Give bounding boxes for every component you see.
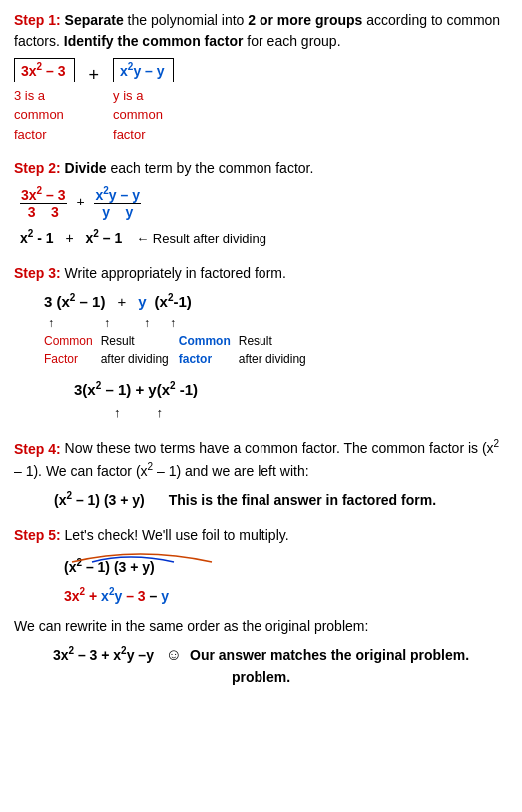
arrow-up-3: ↑ — [144, 314, 150, 332]
step3-arrows: ↑ ↑ ↑ ↑ — [44, 314, 508, 332]
step5-label: Step 5: — [14, 527, 61, 543]
step4-label: Step 4: — [14, 440, 61, 456]
group2: x2y – y y is acommonfactor — [113, 58, 174, 144]
label-result-after2: Resultafter dividing — [239, 332, 306, 368]
expanded-x2y: x2y — [101, 588, 122, 604]
final-answer-row: (x2 – 1) (3 + y) This is the final answe… — [54, 488, 508, 511]
rewrite-text: We can rewrite in the same order as the … — [14, 616, 508, 637]
frac-x2y: x2y – y y y — [94, 185, 141, 220]
step3-term1: 3 (x2 – 1) — [44, 290, 105, 314]
group2-text: x2y – y — [120, 63, 165, 79]
step2-header: Step 2: Divide each term by the common f… — [14, 158, 508, 179]
step3-term2: y — [138, 291, 146, 314]
expanded-result: 3x2 + x2y – 3 – y — [64, 584, 508, 607]
step1-label: Step 1: — [14, 12, 61, 28]
plus-sign-4: + — [117, 291, 126, 314]
result-arrow: ← Result after dividing — [136, 231, 266, 246]
expanded-3x2: 3x2 — [64, 588, 85, 604]
combined-expr: 3(x2 – 1) + y(x2 -1) — [74, 378, 508, 402]
step3-text: Write appropriately in factored form. — [61, 265, 286, 281]
group2-label: y is acommonfactor — [113, 86, 163, 145]
final-note: This is the final answer in factored for… — [169, 492, 436, 508]
plus-sign-2: + — [76, 194, 84, 209]
arrow-up-4: ↑ — [170, 314, 176, 332]
step4-header: Step 4: Now these two terms have a commo… — [14, 437, 508, 482]
expanded-plus: + — [89, 588, 101, 604]
final-check-row: 3x2 – 3 + x2y –y ☺ Our answer matches th… — [14, 643, 508, 667]
plus-sign-1: + — [85, 62, 104, 89]
step3-header: Step 3: Write appropriately in factored … — [14, 263, 508, 284]
label-common-factor2: Commonfactor — [179, 332, 231, 368]
step4-section: Step 4: Now these two terms have a commo… — [14, 437, 508, 511]
arrow-up-2: ↑ — [104, 314, 110, 332]
step5-section: Step 5: Let's check! We'll use foil to m… — [14, 525, 508, 688]
expanded-dash: – — [150, 588, 162, 604]
rewrite-label: We can rewrite in the same order as the … — [14, 618, 368, 634]
step4-text: Now these two terms have a common factor… — [14, 440, 499, 479]
result-right: x2 – 1 — [86, 230, 123, 246]
step5-header: Step 5: Let's check! We'll use foil to m… — [14, 525, 508, 546]
foil-expr-container: (x2 – 1) (3 + y) — [64, 556, 155, 579]
group1-text: 3x2 – 3 — [21, 63, 66, 79]
problem-label: problem. — [232, 669, 290, 685]
step2-fractions-row: 3x2 – 3 3 3 + x2y – y y y — [20, 185, 508, 220]
step3-label: Step 3: — [14, 265, 61, 281]
step3-expr-row: 3 (x2 – 1) + y (x2-1) — [44, 290, 508, 314]
group1-label: 3 is acommonfactor — [14, 86, 64, 145]
plus-sign-3: + — [65, 230, 73, 246]
combined-arrows: ↑ ↑ — [114, 403, 508, 423]
step5-text: Let's check! We'll use foil to multiply. — [61, 527, 289, 543]
smiley-icon: ☺ — [166, 646, 182, 663]
step3-section: Step 3: Write appropriately in factored … — [14, 263, 508, 423]
expanded-y: y — [161, 588, 169, 604]
step2-section: Step 2: Divide each term by the common f… — [14, 158, 508, 249]
label-result-after: Resultafter dividing — [101, 332, 169, 368]
final-match-text: Our answer matches the original problem. — [190, 647, 469, 663]
step1-expressions: 3x2 – 3 3 is acommonfactor + x2y – y y i… — [14, 58, 508, 144]
step2-text: Divide each term by the common factor. — [61, 160, 314, 176]
group2-expr: x2y – y — [113, 58, 174, 82]
final-check-expr: 3x2 – 3 + x2y –y — [53, 647, 154, 663]
expanded-minus3: – 3 — [126, 588, 145, 604]
step3-expr-area: 3 (x2 – 1) + y (x2-1) ↑ ↑ ↑ ↑ CommonFact… — [44, 290, 508, 368]
step3-term2b: (x2-1) — [155, 290, 192, 314]
result-left: x2 - 1 — [20, 230, 54, 246]
final-expr: (x2 – 1) (3 + y) — [54, 492, 145, 508]
group1: 3x2 – 3 3 is acommonfactor — [14, 58, 75, 144]
group1-expr: 3x2 – 3 — [14, 58, 75, 82]
foil-arcs-svg — [64, 544, 224, 566]
step1-section: Step 1: Separate the polynomial into 2 o… — [14, 10, 508, 144]
result-row: x2 - 1 + x2 – 1 ← Result after dividing — [20, 226, 508, 249]
step1-text: Separate the polynomial into 2 or more g… — [14, 12, 500, 49]
final-problem-label: problem. — [14, 667, 508, 688]
frac-3x2: 3x2 – 3 3 3 — [20, 185, 67, 220]
step2-label: Step 2: — [14, 160, 61, 176]
step1-header: Step 1: Separate the polynomial into 2 o… — [14, 10, 508, 52]
step3-labels: CommonFactor Resultafter dividing Common… — [44, 332, 508, 368]
label-common-factor: CommonFactor — [44, 332, 93, 368]
arrow-up-1: ↑ — [48, 314, 54, 332]
